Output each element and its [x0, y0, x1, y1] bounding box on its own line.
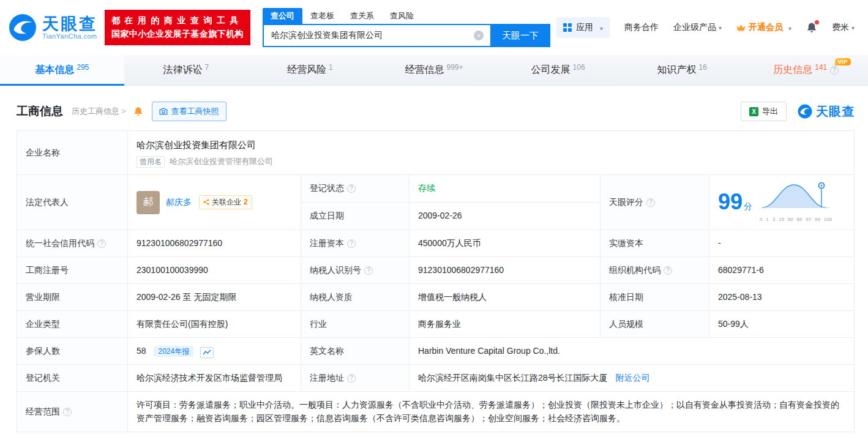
registered-address: 哈尔滨经开区南岗集中区长江路28号长江国际大厦	[418, 373, 608, 383]
insured-count: 58	[137, 346, 146, 356]
apps-grid-icon	[563, 23, 572, 32]
related-companies-count: 2	[244, 196, 248, 208]
legal-rep-label-cell: 法定代表人	[17, 175, 128, 230]
help-icon[interactable]	[63, 408, 72, 416]
english-name-label-cell: 英文名称	[301, 338, 410, 365]
legal-rep-cell: 郝 郝庆多 关联企业 2	[128, 175, 301, 230]
field-label: 营业期限	[26, 292, 60, 302]
tab-label: 历史信息	[773, 64, 812, 77]
company-name-cell: 哈尔滨创业投资集团有限公司 曾用名 哈尔滨创业投资管理有限公司	[128, 131, 855, 175]
tab-count: 16	[699, 63, 707, 72]
reg-authority-cell: 哈尔滨经济技术开发区市场监督管理局	[128, 365, 301, 392]
company-type-label-cell: 企业类型	[17, 311, 128, 338]
nav-vip[interactable]: 开通会员	[736, 22, 791, 33]
former-name-row: 曾用名 哈尔滨创业投资管理有限公司	[137, 155, 845, 168]
field-label: 企业类型	[26, 319, 60, 329]
approval-date-cell: 2025-08-13	[709, 284, 855, 311]
field-label: 天眼评分	[609, 197, 643, 207]
tab-basic-info[interactable]: 基本信息 295	[0, 55, 124, 85]
tianyancha-logo[interactable]: 天眼查 TianYanCha.com	[9, 13, 97, 42]
founded-cell: 2009-02-26	[410, 203, 600, 230]
export-button[interactable]: X 导出	[741, 102, 787, 121]
tab-business-risk[interactable]: 经营风险 1	[248, 55, 372, 85]
tab-legal-proceedings[interactable]: 法律诉讼 7	[124, 55, 249, 85]
trend-chart-icon[interactable]	[200, 347, 214, 358]
annual-report-tag[interactable]: 2024年报	[154, 346, 193, 357]
reg-capital-label-cell: 注册资本	[301, 230, 410, 257]
search-row: × 天眼一下	[263, 24, 550, 47]
company-type-cell: 有限责任公司(国有控股)	[128, 311, 301, 338]
taxpayer-id-label-cell: 纳税人识别号	[301, 257, 410, 284]
tab-history-info[interactable]: VIP 历史信息 141	[744, 55, 868, 85]
help-icon[interactable]	[347, 239, 356, 248]
tab-business-info[interactable]: 经营信息 999+	[372, 55, 496, 85]
nav-cooperation[interactable]: 商务合作	[624, 22, 659, 33]
nav-apps[interactable]: 应用	[556, 17, 610, 38]
related-companies-icon	[203, 199, 209, 205]
clear-icon[interactable]: ×	[474, 31, 484, 40]
tab-intellectual-property[interactable]: 知识产权 16	[620, 55, 744, 85]
help-icon[interactable]	[347, 184, 356, 193]
help-icon[interactable]	[664, 266, 672, 275]
search-tab-boss[interactable]: 查老板	[302, 8, 342, 24]
founded-label-cell: 成立日期	[301, 203, 410, 230]
help-icon[interactable]	[347, 374, 356, 383]
snapshot-button-label: 查看工商快照	[171, 106, 219, 117]
search-tab-relation[interactable]: 查关系	[342, 8, 382, 24]
table-row: 登记机关 哈尔滨经济技术开发区市场监督管理局 注册地址 哈尔滨经开区南岗集中区长…	[17, 365, 855, 392]
chevron-down-icon	[597, 23, 603, 32]
snapshot-button[interactable]: 查看工商快照	[152, 102, 226, 121]
legal-rep-avatar[interactable]: 郝	[137, 191, 160, 214]
search-button[interactable]: 天眼一下	[490, 24, 550, 47]
tab-company-development[interactable]: 公司发展 106	[496, 55, 620, 85]
field-label: 注册地址	[310, 373, 344, 383]
table-row: 统一社会信用代码 912301006802977160 注册资本 450000万…	[17, 230, 855, 257]
status-label-cell: 登记状态	[301, 175, 410, 203]
watermark-logo: 天眼查	[798, 103, 855, 120]
slogan-banner: 都在用的商业查询工具 国家中小企业发展子基金旗下机构	[105, 10, 250, 45]
help-icon[interactable]	[97, 239, 106, 248]
nearby-companies-link[interactable]: 附近公司	[615, 373, 649, 383]
subscribe-bell-icon[interactable]	[133, 107, 143, 116]
table-row: 经营范围 许可项目：劳务派遣服务；职业中介活动。一般项目：人力资源服务（不含职业…	[17, 392, 855, 432]
credit-code-label-cell: 统一社会信用代码	[17, 230, 128, 257]
taxpayer-id-cell: 912301006802977160	[410, 257, 600, 284]
field-label: 核准日期	[609, 292, 643, 302]
nav-enterprise-label: 企业级产品	[673, 22, 716, 32]
notification-bell-icon[interactable]	[806, 22, 817, 33]
history-link-label: 历史工商信息	[72, 107, 119, 116]
tab-count: 1	[329, 63, 333, 72]
tab-label: 经营风险	[287, 64, 326, 77]
help-icon[interactable]	[830, 66, 839, 75]
address-label-cell: 注册地址	[301, 365, 410, 392]
section-title: 工商信息	[17, 103, 63, 119]
related-companies-tag[interactable]: 关联企业 2	[199, 195, 252, 209]
top-header: 天眼查 TianYanCha.com 都在用的商业查询工具 国家中小企业发展子基…	[0, 0, 868, 55]
taxpayer-quality-label-cell: 纳税人资质	[301, 284, 410, 311]
help-icon[interactable]	[646, 198, 655, 207]
legal-rep-name[interactable]: 郝庆多	[166, 197, 192, 207]
tab-label: 知识产权	[657, 64, 697, 77]
nav-enterprise[interactable]: 企业级产品	[673, 22, 722, 33]
tab-label: 公司发展	[531, 64, 571, 77]
search-tab-company[interactable]: 查公司	[263, 8, 302, 24]
field-label: 英文名称	[310, 346, 344, 356]
slogan-line-1: 都在用的商业查询工具	[111, 14, 244, 28]
nav-user[interactable]: 费米	[832, 22, 855, 33]
former-name[interactable]: 哈尔滨创业投资管理有限公司	[170, 155, 273, 168]
help-icon[interactable]	[364, 266, 373, 275]
search-tab-risk[interactable]: 查风险	[382, 8, 422, 24]
table-row: 法定代表人 郝 郝庆多 关联企业 2	[17, 175, 855, 203]
staff-size-label-cell: 人员规模	[600, 311, 709, 338]
search-tabs: 查公司 查老板 查关系 查风险	[263, 8, 550, 24]
field-label: 统一社会信用代码	[26, 238, 94, 248]
history-business-info-link[interactable]: 历史工商信息>	[72, 106, 126, 117]
field-label: 经营范围	[26, 406, 60, 416]
company-name: 哈尔滨创业投资集团有限公司	[137, 138, 845, 152]
search-input[interactable]	[263, 24, 490, 47]
score-chart[interactable]: 0131550859799100	[760, 181, 832, 223]
nav-apps-label: 应用	[576, 22, 593, 33]
paid-capital-cell: -	[709, 230, 855, 257]
field-label: 组织机构代码	[609, 265, 660, 275]
business-info-table: 企业名称 哈尔滨创业投资集团有限公司 曾用名 哈尔滨创业投资管理有限公司 法定代…	[17, 130, 855, 432]
